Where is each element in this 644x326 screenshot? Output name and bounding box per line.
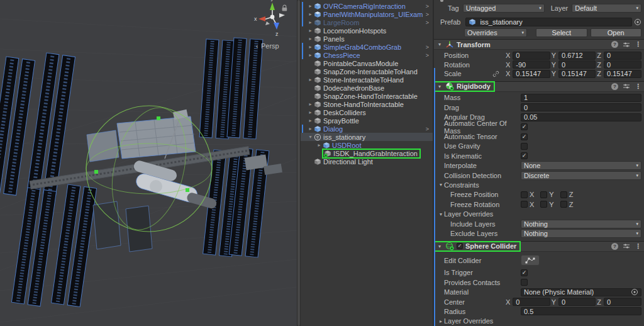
- y-field[interactable]: 0: [558, 60, 596, 69]
- chevron-right-icon[interactable]: >: [426, 3, 429, 9]
- x-field[interactable]: 0.15147: [513, 70, 550, 78]
- chevron-right-icon[interactable]: >: [426, 44, 429, 50]
- foldout-collapsed-icon[interactable]: ▸: [307, 44, 314, 50]
- foldout-collapsed-icon[interactable]: ▸: [307, 118, 314, 123]
- include-layers-dropdown[interactable]: Nothing▾: [521, 220, 641, 228]
- hierarchy-item-SnapZone-HandToInteractable[interactable]: SnapZone-HandToInteractable: [301, 92, 433, 100]
- foldout-constraints[interactable]: ▾Constraints: [434, 180, 644, 189]
- object-picker-icon[interactable]: [631, 288, 638, 296]
- is-trigger-checkbox[interactable]: ✓: [521, 269, 528, 276]
- foldout-collapsed-icon[interactable]: ▸: [307, 110, 314, 115]
- freeze-position-z-checkbox[interactable]: [560, 191, 567, 198]
- help-icon[interactable]: ?: [611, 83, 618, 90]
- foldout-collapsed-icon[interactable]: ▸: [307, 3, 314, 9]
- help-icon[interactable]: ?: [611, 41, 618, 48]
- y-field[interactable]: 0.6712: [558, 52, 596, 60]
- component-header-sphere-collider[interactable]: ▾✓Sphere Collider?⋮: [434, 241, 644, 252]
- hierarchy-item-Stone-HandToInteractable[interactable]: ▸Stone-HandToInteractable: [301, 100, 433, 108]
- open-button[interactable]: Open: [591, 28, 642, 37]
- foldout-collapsed-icon[interactable]: ▸: [316, 142, 323, 148]
- scene-view[interactable]: y x z ‹ Persp: [0, 0, 297, 326]
- z-field[interactable]: 0: [604, 60, 641, 69]
- z-field[interactable]: 0.15147: [604, 70, 641, 78]
- hierarchy-item-PointableCanvasModule[interactable]: PointableCanvasModule: [301, 59, 433, 67]
- interpolate-dropdown[interactable]: None▾: [521, 161, 641, 170]
- foldout-collapsed-icon[interactable]: ▸: [307, 126, 314, 132]
- component-header-rigidbody[interactable]: ▾Rigidbody?⋮: [434, 81, 644, 92]
- kebab-menu-icon[interactable]: ⋮: [635, 40, 641, 48]
- select-button[interactable]: Select: [536, 28, 587, 37]
- value-field[interactable]: 0: [521, 103, 641, 111]
- hierarchy-item-PanelWithManipulators_UIExam[interactable]: ▸PanelWithManipulators_UIExam>: [301, 10, 433, 18]
- value-field[interactable]: 1: [521, 94, 641, 102]
- y-field[interactable]: 0: [558, 298, 596, 306]
- foldout-expanded-icon[interactable]: ▾: [436, 84, 443, 89]
- chevron-right-icon[interactable]: >: [426, 11, 429, 18]
- collision-detection-dropdown[interactable]: Discrete▾: [521, 171, 641, 180]
- foldout-expanded-icon[interactable]: ▾: [307, 134, 314, 140]
- z-field[interactable]: 0: [604, 298, 641, 306]
- hierarchy-item-Dialog[interactable]: ▸Dialog>: [301, 125, 433, 133]
- use-gravity-checkbox[interactable]: [521, 143, 528, 150]
- scrollbar-thumb[interactable]: [297, 0, 300, 326]
- automatic-center-of-mass-checkbox[interactable]: ✓: [521, 123, 528, 130]
- edit-collider-button[interactable]: [521, 255, 540, 266]
- is-kinematic-checkbox[interactable]: ✓: [521, 152, 528, 159]
- foldout-expanded-icon[interactable]: ▾: [436, 42, 443, 47]
- chevron-right-icon[interactable]: >: [426, 20, 429, 26]
- y-field[interactable]: 0.15147: [558, 70, 596, 78]
- kebab-menu-icon[interactable]: ⋮: [635, 82, 641, 91]
- layer-dropdown[interactable]: Default ▾: [572, 4, 641, 13]
- help-icon[interactable]: ?: [611, 243, 618, 250]
- chevron-right-icon[interactable]: >: [426, 52, 429, 59]
- hierarchy-item-ISDK_HandGrabInteraction[interactable]: ISDK_HandGrabInteraction: [301, 149, 433, 157]
- kebab-menu-icon[interactable]: ⋮: [635, 242, 641, 250]
- hierarchy-item-LocomotionHotspots[interactable]: ▸LocomotionHotspots: [301, 26, 433, 35]
- freeze-position-x-checkbox[interactable]: [521, 191, 528, 198]
- freeze-rotation-y-checkbox[interactable]: [540, 201, 547, 208]
- hierarchy-item-SnapZone-InteractableToHand[interactable]: SnapZone-InteractableToHand: [301, 67, 433, 76]
- value-field[interactable]: 0.05: [521, 113, 641, 121]
- hierarchy-item-OVRCameraRigInteraction[interactable]: ▸OVRCameraRigInteraction>: [301, 2, 433, 10]
- x-field[interactable]: 0: [513, 298, 550, 306]
- tag-dropdown[interactable]: Untagged ▾: [463, 4, 545, 13]
- foldout-collapsed-icon[interactable]: ▸: [307, 28, 314, 33]
- freeze-rotation-z-checkbox[interactable]: [560, 201, 567, 208]
- hierarchy-item-LargeRoom[interactable]: ▸LargeRoom>: [301, 18, 433, 26]
- hierarchy-item-DeskColliders[interactable]: ▸DeskColliders: [301, 108, 433, 116]
- object-picker-icon[interactable]: [634, 18, 641, 26]
- foldout-expanded-icon[interactable]: ▾: [436, 244, 443, 249]
- exclude-layers-dropdown[interactable]: Nothing▾: [521, 229, 641, 238]
- foldout-collapsed-icon[interactable]: ▸: [307, 52, 314, 58]
- freeze-rotation-x-checkbox[interactable]: [521, 201, 528, 208]
- hierarchy-item-SprayBottle[interactable]: ▸SprayBottle: [301, 116, 433, 125]
- persp-label[interactable]: Persp: [261, 42, 279, 50]
- foldout-collapsed-icon[interactable]: ▸: [307, 11, 314, 17]
- prefab-field[interactable]: iss_stationary: [465, 18, 632, 26]
- foldout-collapsed-icon[interactable]: ▸: [307, 101, 314, 107]
- hierarchy-item-SimpleGrab4ComboGrab[interactable]: ▸SimpleGrab4ComboGrab>: [301, 43, 433, 51]
- orientation-gizmo[interactable]: y x z: [254, 0, 285, 37]
- x-field[interactable]: -90: [513, 60, 550, 69]
- object-reference-field[interactable]: None (Physic Material): [521, 288, 641, 296]
- foldout-collapsed-icon[interactable]: ▸: [307, 20, 314, 25]
- hierarchy-item-iss_stationary[interactable]: ▾iss_stationary: [301, 133, 433, 141]
- freeze-position-y-checkbox[interactable]: [540, 191, 547, 198]
- value-field[interactable]: 0.5: [521, 307, 641, 315]
- x-field[interactable]: 0: [513, 52, 550, 60]
- foldout-layer-overrides[interactable]: ▾Layer Overrides: [434, 209, 644, 218]
- hierarchy-item-Panels[interactable]: ▸Panels: [301, 35, 433, 43]
- component-header-transform[interactable]: ▾Transform?⋮: [434, 39, 644, 50]
- hierarchy-item-Directional Light[interactable]: Directional Light: [301, 157, 433, 166]
- chevron-right-icon[interactable]: >: [426, 126, 429, 132]
- overrides-dropdown[interactable]: Overrides ▾: [464, 28, 527, 37]
- foldout-collapsed-icon[interactable]: ▸: [307, 77, 314, 82]
- foldout-layer-overrides[interactable]: ▸Layer Overrides: [434, 317, 644, 326]
- hierarchy-item-ChessPiece[interactable]: ▸ChessPiece>: [301, 51, 433, 59]
- z-field[interactable]: 0: [604, 52, 641, 60]
- hierarchy-item-Stone-InteractableToHand[interactable]: ▸Stone-InteractableToHand: [301, 76, 433, 84]
- provides-contacts-checkbox[interactable]: [521, 279, 528, 286]
- automatic-tensor-checkbox[interactable]: ✓: [521, 133, 528, 140]
- component-enabled-checkbox[interactable]: ✓: [457, 243, 463, 249]
- foldout-collapsed-icon[interactable]: ▸: [307, 36, 314, 42]
